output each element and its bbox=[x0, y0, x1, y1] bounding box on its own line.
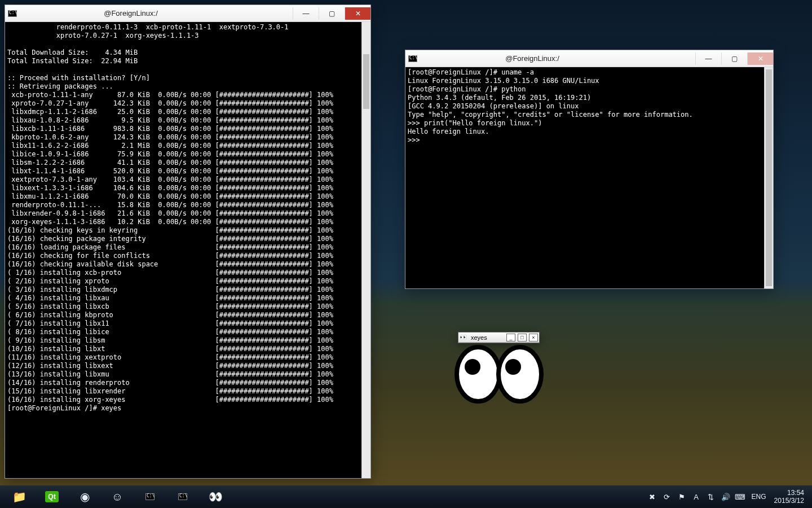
qt-creator-icon[interactable]: Qt bbox=[36, 487, 68, 507]
cmd-prompt-icon bbox=[405, 55, 420, 62]
terminal-client-area[interactable]: [root@ForeignLinux /]# uname -a Linux Fo… bbox=[405, 67, 773, 288]
titlebar[interactable]: @ForeignLinux:/ — ▢ ✕ bbox=[405, 50, 773, 67]
window-title: @ForeignLinux:/ bbox=[20, 9, 293, 17]
svg-point-1 bbox=[498, 347, 541, 401]
terminal-output: [root@ForeignLinux /]# uname -a Linux Fo… bbox=[405, 67, 773, 146]
terminal-window-main[interactable]: @ForeignLinux:/ — ▢ ✕ renderproto-0.11.1… bbox=[5, 5, 371, 479]
terminal-output: renderproto-0.11.1-3 xcb-proto-1.11-1 xe… bbox=[5, 22, 370, 414]
taskbar[interactable]: 📁Qt◉☺👀 ✖⟳⚑A⇅🔊⌨ ENG 13:54 2015/3/12 bbox=[0, 485, 812, 508]
close-button[interactable]: ✕ bbox=[345, 7, 370, 20]
clock-time: 13:54 bbox=[774, 489, 804, 497]
taskbar-glyph: ◉ bbox=[80, 490, 90, 503]
close-button[interactable]: ✕ bbox=[747, 52, 773, 65]
maximize-button[interactable]: ▢ bbox=[319, 7, 345, 20]
xeyes-canvas bbox=[451, 343, 547, 405]
cmd-prompt-icon bbox=[145, 493, 155, 500]
xeyes-window[interactable]: 👀 xeyes _ □ × bbox=[458, 332, 540, 343]
clock-date: 2015/3/12 bbox=[774, 497, 804, 505]
terminal-client-area[interactable]: renderproto-0.11.1-3 xcb-proto-1.11-1 xe… bbox=[5, 22, 370, 478]
tray-updates-icon[interactable]: ⟳ bbox=[663, 492, 672, 501]
maximize-button[interactable]: ▢ bbox=[721, 52, 747, 65]
maximize-button[interactable]: □ bbox=[518, 334, 527, 341]
minimize-button[interactable]: — bbox=[695, 52, 721, 65]
chrome-icon[interactable]: ◉ bbox=[69, 487, 100, 507]
minimize-button[interactable]: _ bbox=[506, 334, 515, 341]
taskbar-glyph: ☺ bbox=[112, 491, 123, 503]
ime-language[interactable]: ENG bbox=[748, 493, 770, 501]
system-tray[interactable]: ✖⟳⚑A⇅🔊⌨ bbox=[648, 492, 748, 501]
cmd-icon-2[interactable] bbox=[167, 487, 198, 507]
taskbar-clock[interactable]: 13:54 2015/3/12 bbox=[770, 489, 809, 505]
vertical-scrollbar[interactable] bbox=[361, 22, 370, 478]
minimize-button[interactable]: — bbox=[293, 7, 319, 20]
file-explorer-icon[interactable]: 📁 bbox=[3, 487, 35, 507]
tray-ime-icon[interactable]: ⌨ bbox=[736, 492, 745, 501]
taskbar-glyph: 📁 bbox=[12, 490, 27, 503]
xeyes-icon: 👀 bbox=[460, 334, 467, 341]
titlebar[interactable]: 👀 xeyes _ □ × bbox=[458, 332, 539, 343]
svg-point-3 bbox=[505, 359, 521, 375]
close-button[interactable]: × bbox=[529, 334, 538, 341]
cmd-prompt-icon bbox=[5, 10, 20, 17]
cmd-icon[interactable] bbox=[134, 487, 166, 507]
vertical-scrollbar[interactable] bbox=[764, 67, 773, 288]
svg-point-2 bbox=[465, 359, 480, 375]
qt-glyph: Qt bbox=[45, 491, 58, 502]
megaman-icon[interactable]: ☺ bbox=[102, 487, 133, 507]
cmd-prompt-icon bbox=[178, 493, 187, 500]
taskbar-glyph: 👀 bbox=[209, 490, 223, 503]
window-title: xeyes bbox=[470, 334, 504, 341]
window-title: @ForeignLinux:/ bbox=[420, 54, 695, 63]
tray-network-icon[interactable]: ⇅ bbox=[707, 492, 716, 501]
xeyes-task-icon[interactable]: 👀 bbox=[200, 487, 231, 507]
tray-volume-icon[interactable]: 🔊 bbox=[721, 492, 730, 501]
scrollbar-thumb[interactable] bbox=[363, 54, 369, 109]
scrollbar-thumb[interactable] bbox=[766, 69, 772, 286]
terminal-window-python[interactable]: @ForeignLinux:/ — ▢ ✕ [root@ForeignLinux… bbox=[405, 50, 774, 289]
titlebar[interactable]: @ForeignLinux:/ — ▢ ✕ bbox=[5, 5, 370, 22]
tray-x-icon[interactable]: ✖ bbox=[648, 492, 657, 501]
tray-action-center-icon[interactable]: ⚑ bbox=[677, 492, 686, 501]
svg-point-0 bbox=[457, 347, 500, 401]
tray-adobe-icon[interactable]: A bbox=[692, 492, 701, 501]
